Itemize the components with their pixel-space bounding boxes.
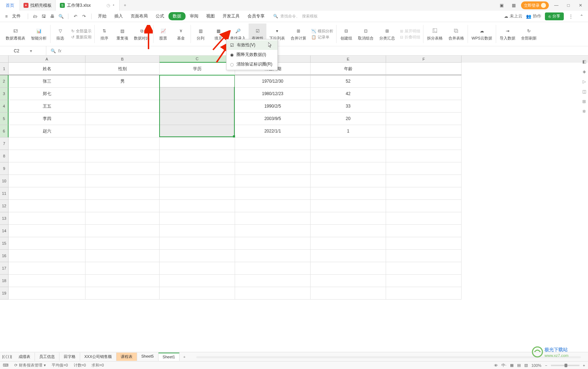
cell[interactable] [235,187,311,200]
cell[interactable] [9,262,85,275]
cell[interactable] [85,237,160,250]
cell[interactable] [386,187,462,200]
cell[interactable] [160,237,235,250]
view-page-icon[interactable]: ▤ [517,363,521,368]
cell[interactable] [235,175,311,187]
login-button[interactable]: 立即登录 [521,1,549,9]
cell[interactable] [386,275,462,287]
view-break-icon[interactable]: ▧ [524,363,528,368]
cell[interactable] [9,137,85,150]
menu-view[interactable]: 视图 [203,12,218,21]
cell[interactable] [9,162,85,175]
sheet-tab[interactable]: XXX公司销售额 [80,353,116,361]
cell[interactable] [160,113,235,125]
cell[interactable] [85,175,160,187]
menu-review[interactable]: 审阅 [186,12,202,21]
dropdown-clear-circles[interactable]: ◌ 清除验证标识圈(R) [227,59,277,69]
menu-vip[interactable]: 会员专享 [244,12,268,21]
cell[interactable] [311,225,386,237]
cell[interactable] [85,113,160,125]
cell[interactable] [311,212,386,225]
row-header[interactable]: 14 [0,225,9,237]
ribbon-smart[interactable]: 📊智能分析 [28,24,50,45]
cell[interactable] [235,287,311,300]
ribbon-showall[interactable]: ↻全部显示 [71,28,92,34]
tab-home[interactable]: 首页 [0,0,20,11]
cell[interactable] [85,100,160,113]
ribbon-merge[interactable]: ⊞合并计算 [288,24,309,45]
menu-dev[interactable]: 开发工具 [219,12,243,21]
cell[interactable] [386,113,462,125]
cell[interactable] [9,150,85,162]
cell[interactable] [235,262,311,275]
cell[interactable]: 姓名 [9,63,85,75]
ribbon-sim[interactable]: 📉模拟分析 [311,28,333,34]
ribbon-wpscloud[interactable]: ☁WPS云数据 [469,24,495,45]
cell[interactable] [160,125,235,137]
print-icon[interactable]: 🖶 [49,13,56,20]
cell[interactable]: 2022/1/1 [235,125,311,137]
fx-search-icon[interactable]: 🔍 [51,48,56,53]
cell[interactable] [160,137,235,150]
name-box[interactable]: C2 ▾ [0,46,46,55]
ribbon-fill[interactable]: ▦填充 [209,24,227,45]
cell[interactable] [85,125,160,137]
zoom-slider[interactable] [551,365,579,366]
col-header-c[interactable]: C [160,56,235,63]
sheet-first-icon[interactable]: |⟨ [2,354,5,359]
open-icon[interactable]: 🗁 [32,13,39,20]
row-header[interactable]: 7 [0,137,9,150]
cell[interactable] [311,275,386,287]
cell[interactable] [160,162,235,175]
undo-icon[interactable]: ↶ [72,13,79,20]
cell[interactable]: 男 [85,75,160,88]
status-eye-icon[interactable]: 👁 [494,363,498,368]
row-header[interactable]: 8 [0,150,9,162]
status-session[interactable]: ⟳ 财务报表管理 ▾ [14,363,46,368]
row-header[interactable]: 16 [0,250,9,262]
cell[interactable] [9,237,85,250]
side-icon-3[interactable]: ▷ [583,79,586,84]
share-button[interactable]: ⎋ 分享 [545,12,564,20]
menu-formula[interactable]: 公式 [152,12,168,21]
cell[interactable]: 1 [311,125,386,137]
cell[interactable] [311,200,386,212]
ribbon-split[interactable]: ▥分列 [192,24,209,45]
cell[interactable] [85,200,160,212]
ribbon-record[interactable]: 📋记录单 [311,35,329,40]
cell[interactable] [311,287,386,300]
menu-toggle-icon[interactable]: ≡ [3,13,10,20]
row-header[interactable]: 10 [0,175,9,187]
sheet-add-button[interactable]: + [179,355,189,359]
cell[interactable] [386,200,462,212]
cell[interactable]: 王五 [9,100,85,113]
cell[interactable] [160,200,235,212]
dropdown-circle-invalid[interactable]: ◉ 圈释无效数据(I) [227,50,277,59]
cell[interactable] [85,262,160,275]
cell[interactable] [386,75,462,88]
row-header[interactable]: 3 [0,88,9,100]
cell[interactable] [85,137,160,150]
cell[interactable] [160,88,235,100]
cell[interactable] [9,225,85,237]
cell[interactable]: 年龄 [311,63,386,75]
redo-icon[interactable]: ↷ [80,13,88,20]
cell[interactable] [160,187,235,200]
cell[interactable] [386,137,462,150]
ribbon-mergetable[interactable]: ⿻合并表格 [446,24,467,45]
cell[interactable] [386,225,462,237]
cell[interactable] [160,225,235,237]
col-header-a[interactable]: A [9,56,85,63]
ribbon-sort[interactable]: ⇅排序 [95,24,113,45]
cell[interactable]: 33 [311,100,386,113]
cell[interactable] [386,150,462,162]
cell[interactable] [386,162,462,175]
cell[interactable] [160,150,235,162]
tab-template[interactable]: ✦ 找稻壳模板 [20,0,56,11]
cell[interactable] [9,275,85,287]
cell[interactable] [85,287,160,300]
select-all-corner[interactable] [0,56,9,63]
cloud-status[interactable]: ☁ 未上云 [504,13,522,19]
cell[interactable] [85,88,160,100]
menu-insert[interactable]: 插入 [111,12,126,21]
